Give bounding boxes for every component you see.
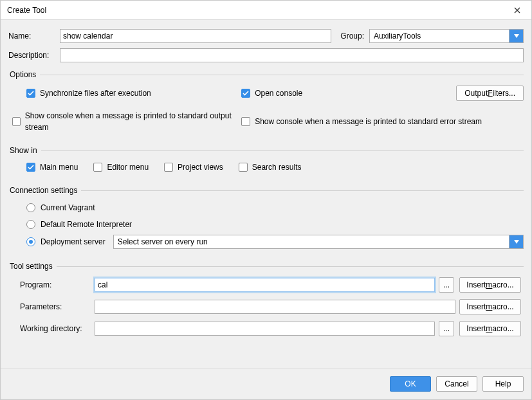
deployment-server-combo[interactable]: Select server on every run <box>113 235 524 249</box>
connection-legend: Connection settings <box>8 186 81 195</box>
window-title: Create Tool <box>7 6 46 15</box>
working-directory-label: Working directory: <box>20 324 91 333</box>
showin-legend: Show in <box>8 146 41 155</box>
parameters-label: Parameters: <box>20 302 91 311</box>
project-views-checkbox[interactable]: Project views <box>164 161 223 173</box>
chevron-down-icon <box>509 235 523 248</box>
stderr-checkbox[interactable]: Show console when a message is printed t… <box>241 116 524 127</box>
program-insert-macro-button[interactable]: Insert macro... <box>459 277 521 293</box>
program-input[interactable] <box>95 278 435 292</box>
program-browse-button[interactable]: ... <box>439 277 454 293</box>
description-label: Description: <box>8 51 55 60</box>
options-legend: Options <box>8 70 40 79</box>
stdout-label: Show console when a message is printed t… <box>25 110 235 133</box>
name-input[interactable] <box>60 29 331 43</box>
main-menu-checkbox[interactable]: Main menu <box>26 161 78 173</box>
options-section: Options Synchronize files after executio… <box>8 70 524 138</box>
open-console-checkbox[interactable]: Open console <box>241 87 450 99</box>
deployment-server-radio[interactable]: Deployment server <box>26 235 105 248</box>
connection-section: Connection settings Current Vagrant Defa… <box>8 186 524 254</box>
cancel-button[interactable]: Cancel <box>436 376 477 392</box>
program-label: Program: <box>20 280 91 289</box>
group-combo[interactable]: AuxiliaryTools <box>369 29 524 43</box>
group-combo-value: AuxiliaryTools <box>374 32 421 41</box>
parameters-insert-macro-button[interactable]: Insert macro... <box>459 299 521 314</box>
chevron-down-icon <box>509 30 523 42</box>
description-input[interactable] <box>60 48 524 62</box>
ok-button[interactable]: OK <box>390 376 431 392</box>
default-remote-radio[interactable]: Default Remote Interpreter <box>26 218 524 231</box>
help-button[interactable]: Help <box>482 376 524 392</box>
close-icon <box>514 7 520 14</box>
working-directory-input[interactable] <box>95 322 435 336</box>
output-filters-button[interactable]: Output Filters... <box>456 86 524 101</box>
stdout-checkbox[interactable]: Show console when a message is printed t… <box>12 110 235 133</box>
sync-label: Synchronize files after execution <box>40 87 151 99</box>
open-console-label: Open console <box>255 87 302 99</box>
stderr-label: Show console when a message is printed t… <box>255 116 482 127</box>
sync-checkbox[interactable]: Synchronize files after execution <box>26 87 235 99</box>
editor-menu-checkbox[interactable]: Editor menu <box>93 161 149 173</box>
current-vagrant-radio[interactable]: Current Vagrant <box>26 201 524 214</box>
titlebar: Create Tool <box>1 1 531 20</box>
working-directory-insert-macro-button[interactable]: Insert macro... <box>459 321 521 336</box>
showin-section: Show in Main menu Editor menu Project vi… <box>8 146 524 178</box>
tool-settings-section: Tool settings Program: ... Insert macro.… <box>8 262 524 348</box>
name-label: Name: <box>8 32 55 41</box>
parameters-input[interactable] <box>95 300 455 314</box>
close-button[interactable] <box>503 1 531 20</box>
dialog-footer: OK Cancel Help <box>1 368 531 399</box>
group-label: Group: <box>340 32 364 41</box>
working-directory-browse-button[interactable]: ... <box>439 321 454 336</box>
search-results-checkbox[interactable]: Search results <box>239 161 302 173</box>
tool-settings-legend: Tool settings <box>8 262 57 271</box>
dialog-content: Name: Group: AuxiliaryTools Description:… <box>1 20 531 368</box>
create-tool-dialog: Create Tool Name: Group: AuxiliaryTools … <box>0 0 532 400</box>
